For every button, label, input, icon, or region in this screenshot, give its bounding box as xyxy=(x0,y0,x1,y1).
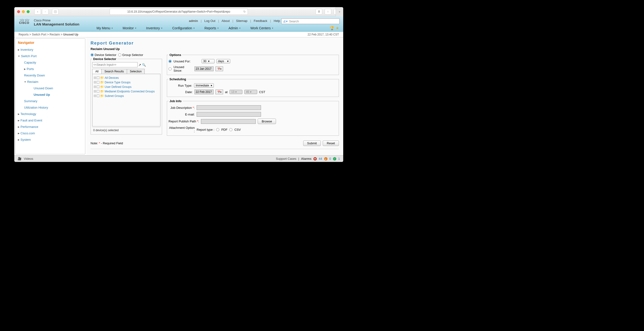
alarm-green-badge[interactable]: ✓ xyxy=(333,157,336,160)
back-button[interactable]: ‹ xyxy=(34,9,41,14)
nav-performance[interactable]: ▶Performance xyxy=(18,124,83,130)
csv-radio[interactable] xyxy=(229,128,232,131)
unused-for-label: Unused For: xyxy=(174,59,191,63)
tree-item-medianet[interactable]: +📁Medianet Endpoints Connected Groups xyxy=(94,89,159,94)
menu-configuration[interactable]: Configuration xyxy=(172,26,195,30)
videos-icon[interactable]: 🎥 xyxy=(18,157,22,160)
tree-item-all-devices[interactable]: +📁All Devices xyxy=(94,75,159,80)
videos-link[interactable]: Videos xyxy=(24,157,33,160)
nav-inventory[interactable]: ▶Inventory xyxy=(18,46,83,53)
support-cases-link[interactable]: Support Cases xyxy=(276,157,296,160)
schedule-date-input[interactable] xyxy=(194,89,214,94)
options-fieldset: Options Unused For: 30 ▾ days ▾ Unused S… xyxy=(167,53,339,75)
job-desc-label: Job Description xyxy=(170,106,192,109)
page-title: Report Generator xyxy=(90,41,339,46)
device-selector-legend: Device Selector xyxy=(92,57,117,61)
browse-button[interactable]: Browse xyxy=(258,119,276,124)
alarms-label[interactable]: Alarms xyxy=(301,157,312,160)
search-dropdown-icon[interactable]: 🖨▾ xyxy=(283,19,288,23)
email-input[interactable] xyxy=(197,112,261,117)
nav-capacity[interactable]: Capacity xyxy=(24,59,83,66)
nav-unused-up[interactable]: Unused Up xyxy=(34,91,83,98)
pdf-radio[interactable] xyxy=(216,128,219,131)
publish-path-input[interactable] xyxy=(201,119,256,124)
device-search-input[interactable] xyxy=(92,62,138,67)
global-search[interactable]: 🖨▾ Search xyxy=(281,18,340,24)
unused-since-radio[interactable] xyxy=(168,67,172,70)
trophy-icon[interactable]: 🏆 xyxy=(330,26,334,30)
nav-technology[interactable]: ▶Technology xyxy=(18,111,83,117)
navigator-panel: Navigator ▶Inventory ▼Switch Port Capaci… xyxy=(15,38,85,154)
job-description-input[interactable] xyxy=(197,105,261,110)
nav-switch-port[interactable]: ▼Switch Port xyxy=(18,53,83,59)
about-link[interactable]: About xyxy=(222,19,230,23)
alarm-red-badge[interactable]: ✖ xyxy=(314,157,317,160)
menu-admin[interactable]: Admin xyxy=(228,26,241,30)
tree-item-user-defined[interactable]: +📁User Defined Groups xyxy=(94,84,159,89)
device-tree: +📁All Devices +📁Device Type Groups +📁Use… xyxy=(92,74,160,126)
date-label: Date: xyxy=(185,90,192,94)
help-link[interactable]: Help xyxy=(274,19,280,23)
menu-inventory[interactable]: Inventory xyxy=(146,26,163,30)
logout-link[interactable]: Log Out xyxy=(204,19,215,23)
menu-work-centers[interactable]: Work Centers xyxy=(250,26,274,30)
nav-unused-down[interactable]: Unused Down xyxy=(34,85,83,91)
alarm-orange-badge[interactable]: ▴ xyxy=(324,157,328,160)
runtype-label: Run Type: xyxy=(178,84,192,87)
forward-button[interactable]: › xyxy=(42,9,48,14)
tree-item-device-type[interactable]: +📁Device Type Groups xyxy=(94,80,159,84)
menu-reports[interactable]: Reports xyxy=(204,26,219,30)
tz-label: CST xyxy=(259,90,265,94)
search-magnify-icon[interactable]: 🔍 xyxy=(142,63,146,67)
nav-recently-down[interactable]: Recently Down xyxy=(24,72,83,79)
submit-button[interactable]: Submit xyxy=(303,140,321,146)
tree-item-subnet[interactable]: +📁Subnet Groups xyxy=(94,94,159,98)
new-tab-button[interactable]: + xyxy=(336,7,343,16)
titlebar: ‹ › ◫ 10.6.19.10/cmapps/CriReportGenerat… xyxy=(14,7,343,16)
unused-for-unit-select[interactable]: days ▾ xyxy=(216,59,230,63)
schedule-calendar-button[interactable]: 📅▾ xyxy=(216,89,223,94)
feedback-link[interactable]: Feedback xyxy=(254,19,268,23)
nav-ports[interactable]: ▶Ports xyxy=(24,66,83,72)
sitemap-link[interactable]: Sitemap xyxy=(236,19,248,23)
share-button[interactable]: ↑ xyxy=(324,9,331,14)
star-icon[interactable]: ★ xyxy=(336,26,339,30)
reload-icon[interactable]: ↻ xyxy=(243,10,246,13)
group-selector-radio[interactable] xyxy=(118,53,121,56)
navigator-title: Navigator xyxy=(18,40,83,44)
jobinfo-fieldset: Job Info Job Description *: E-mail: Repo… xyxy=(167,99,339,136)
report-type-label: Report type : xyxy=(197,128,214,131)
minimize-window-button[interactable] xyxy=(22,10,25,13)
menu-monitor[interactable]: Monitor xyxy=(123,26,137,30)
unused-since-date[interactable] xyxy=(194,66,214,71)
tab-selection[interactable]: Selection xyxy=(127,69,145,74)
nav-fault-event[interactable]: ▶Fault and Event xyxy=(18,117,83,124)
tab-search-results[interactable]: Search Results xyxy=(101,69,127,74)
close-window-button[interactable] xyxy=(17,10,20,13)
sidebar-toggle-button[interactable]: ◫ xyxy=(52,9,59,14)
unused-for-radio[interactable] xyxy=(168,60,172,63)
search-go-icon[interactable]: ↗ xyxy=(138,63,141,67)
tab-all[interactable]: All xyxy=(92,69,102,74)
reset-button[interactable]: Reset xyxy=(323,140,339,146)
download-button[interactable]: ⬇ xyxy=(316,9,322,14)
menu-my-menu[interactable]: My Menu xyxy=(96,26,113,30)
device-selector-radio[interactable] xyxy=(90,53,94,56)
unused-since-calendar-button[interactable]: 📅▾ xyxy=(216,66,223,71)
alarm-orange-count: 0 xyxy=(330,157,331,160)
nav-cisco-com[interactable]: ▶Cisco.com xyxy=(18,130,83,136)
schedule-min-select[interactable]: 45 ▾ xyxy=(244,90,257,94)
email-label: E-mail: xyxy=(168,113,195,116)
alarm-green-count: 1 xyxy=(338,157,340,160)
runtype-select[interactable]: Immediate ▾ xyxy=(194,83,214,88)
nav-summary[interactable]: Summary xyxy=(24,98,83,104)
unused-for-value-select[interactable]: 30 ▾ xyxy=(202,59,214,63)
nav-utilization-history[interactable]: Utilization History xyxy=(24,104,83,111)
url-bar[interactable]: 10.6.19.10/cmapps/CriReportGenerator.do?… xyxy=(110,8,248,15)
browser-window: ‹ › ◫ 10.6.19.10/cmapps/CriReportGenerat… xyxy=(14,7,343,162)
search-placeholder: Search xyxy=(289,19,299,23)
maximize-window-button[interactable] xyxy=(27,10,30,13)
nav-system[interactable]: ▶System xyxy=(18,136,83,143)
schedule-hour-select[interactable]: 13 ▾ xyxy=(230,90,242,94)
nav-reclaim[interactable]: ▼Reclaim xyxy=(24,79,83,85)
